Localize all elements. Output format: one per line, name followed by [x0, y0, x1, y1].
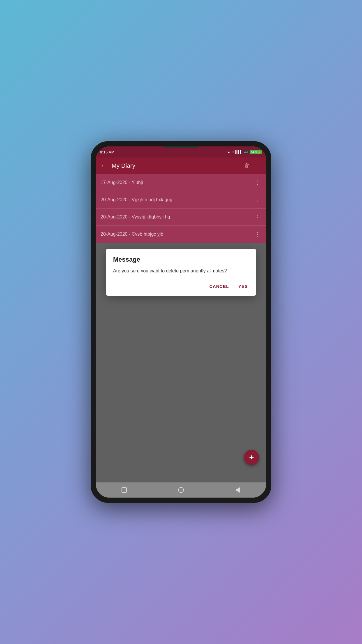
battery-level: 54 [251, 150, 254, 154]
app-title: My Diary [112, 162, 244, 169]
phone-shell: 8:15 AM ▲ ✦ ▌▌▌ 4G 54 %⚡ ← My Diary 🗑 ⋮ [91, 141, 271, 503]
nav-home-button[interactable] [177, 486, 185, 494]
back-button[interactable]: ← [101, 162, 107, 169]
cancel-button[interactable]: CANCEL [208, 281, 230, 291]
delete-button[interactable]: 🗑 [244, 162, 250, 169]
app-bar-actions: 🗑 ⋮ [244, 162, 261, 169]
dialog-buttons: CANCEL YES [113, 281, 249, 291]
app-bar: ← My Diary 🗑 ⋮ [96, 158, 266, 174]
data-icon: 4G [243, 150, 249, 154]
nav-back-button[interactable] [234, 486, 242, 494]
signal-icon: ▌▌▌ [236, 150, 242, 154]
list-item[interactable]: 17-Aug-2020 - Yiuhji ⋮ [96, 174, 266, 191]
note-title: 20-Aug-2020 - Vysyrjj jdtgbhyjj hg [101, 214, 254, 220]
dialog-message: Are you sure you want to delete permanen… [113, 267, 249, 274]
wifi-icon: ▲ [227, 150, 231, 154]
more-options-button[interactable]: ⋮ [256, 162, 261, 169]
bluetooth-icon: ✦ [232, 150, 234, 154]
yes-button[interactable]: YES [237, 281, 249, 291]
dialog: Message Are you sure you want to delete … [106, 249, 256, 296]
dialog-overlay: Message Are you sure you want to delete … [96, 243, 266, 482]
battery-symbol: %⚡ [255, 150, 261, 154]
note-title: 20-Aug-2020 - Cvsb htbjgc yjb [101, 232, 254, 237]
list-item[interactable]: 20-Aug-2020 - Cvsb htbjgc yjb ⋮ [96, 226, 266, 243]
fab-icon: + [249, 453, 254, 462]
screen: 8:15 AM ▲ ✦ ▌▌▌ 4G 54 %⚡ ← My Diary 🗑 ⋮ [96, 146, 266, 498]
note-menu-icon[interactable]: ⋮ [254, 179, 261, 186]
status-time: 8:15 AM [100, 150, 115, 154]
screen-content: 17-Aug-2020 - Yiuhji ⋮ 20-Aug-2020 - Vgx… [96, 174, 266, 498]
list-item[interactable]: 20-Aug-2020 - Vysyrjj jdtgbhyjj hg ⋮ [96, 209, 266, 226]
nav-back-icon [235, 487, 240, 493]
status-icons: ▲ ✦ ▌▌▌ 4G 54 %⚡ [227, 150, 262, 154]
note-title: 17-Aug-2020 - Yiuhji [101, 180, 254, 185]
nav-recents-icon [122, 487, 127, 493]
note-menu-icon[interactable]: ⋮ [254, 197, 261, 203]
note-menu-icon[interactable]: ⋮ [254, 231, 261, 237]
battery-indicator: 54 %⚡ [250, 150, 262, 154]
dialog-title: Message [113, 256, 249, 263]
list-item[interactable]: 20-Aug-2020 - Vgxjhfn udj hxk gug ⋮ [96, 191, 266, 209]
nav-recents-button[interactable] [120, 486, 128, 494]
nav-home-icon [178, 487, 184, 493]
note-title: 20-Aug-2020 - Vgxjhfn udj hxk gug [101, 197, 254, 202]
status-bar: 8:15 AM ▲ ✦ ▌▌▌ 4G 54 %⚡ [96, 146, 266, 158]
note-menu-icon[interactable]: ⋮ [254, 214, 261, 220]
notes-list: 17-Aug-2020 - Yiuhji ⋮ 20-Aug-2020 - Vgx… [96, 174, 266, 243]
fab-button[interactable]: + [244, 450, 259, 465]
nav-bar [96, 482, 266, 498]
